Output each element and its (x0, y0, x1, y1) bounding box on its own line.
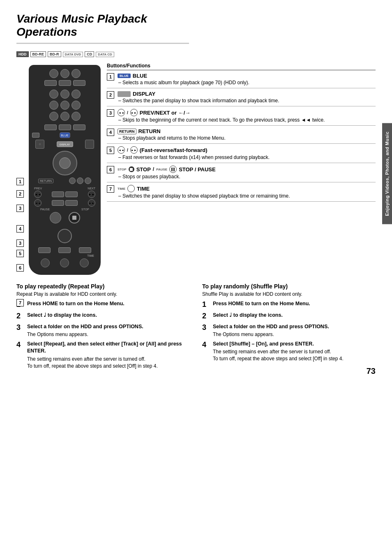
label-1: 1 (16, 178, 24, 185)
shuffle-play-subtitle: Shuffle Play is available for HDD conten… (202, 291, 376, 297)
remote-rect-9[interactable] (52, 200, 64, 206)
main-content: BLUE □ DISPLAY (16, 63, 376, 275)
remote-rect-6[interactable] (73, 124, 85, 130)
badge-data-cd: DATA CD (96, 52, 114, 57)
pause-btn[interactable] (50, 212, 61, 223)
remote-blue-btn[interactable]: BLUE (60, 132, 70, 138)
func-num-6: 6 (107, 166, 114, 173)
next-icon: ►► (130, 109, 138, 116)
func-desc-1: – Selects a music album for playback (pa… (118, 80, 376, 85)
page-title: Various Music Playback Operations (16, 12, 189, 44)
func-content-3: ◄◄ / ►► PREV/NEXT or ←/→ – Skips to the … (118, 109, 376, 123)
format-badges: HDD BD-RE BD-R DATA DVD CD DATA CD (16, 51, 376, 57)
next-btn[interactable]: ►► (88, 191, 95, 198)
remote-c4[interactable] (49, 101, 58, 110)
shuffle-step-num-1: 1 (202, 300, 210, 309)
pause-stop-row (32, 212, 97, 223)
func-num-7: 7 (107, 185, 114, 193)
ff-rew-row: ◄◄ ►► (34, 199, 95, 207)
remote-btn-2[interactable] (60, 69, 69, 78)
remote-btn-3[interactable] (71, 69, 81, 78)
nav-disc-area (32, 151, 97, 175)
stop-btn[interactable] (69, 212, 80, 223)
shuffle-step-note-3: The Options menu appears. (213, 331, 329, 338)
bottom-circle (32, 229, 97, 243)
tv-icon[interactable]: □ (35, 140, 44, 149)
remote-sm-1[interactable] (69, 177, 76, 184)
rew-btn[interactable]: ◄◄ (34, 199, 42, 207)
nav-inner[interactable] (59, 157, 71, 169)
func-title-7: TIME TIME (118, 185, 376, 192)
label-4: 4 (16, 225, 24, 233)
remote-rect-10[interactable] (65, 200, 78, 206)
remote-rect-1[interactable] (44, 80, 57, 86)
repeat-step-num-3: 3 (16, 323, 24, 338)
repeat-step-3: 3 Select a folder on the HDD and press O… (16, 323, 190, 338)
remote-c1[interactable] (49, 90, 58, 99)
prev-btn[interactable]: ◄◄ (34, 191, 42, 198)
func-row-5: 5 ◄◄ / ►► (Fast-reverse/fast-forward) – … (107, 144, 376, 163)
repeat-step-num-4: 4 (16, 341, 24, 370)
nav-disc[interactable] (53, 151, 77, 175)
circle-row-3 (32, 101, 97, 110)
rect-row-2 (32, 124, 97, 130)
shuffle-step-num-4: 4 (202, 341, 210, 362)
remote-return-btn[interactable]: RETURN (38, 179, 53, 183)
remote-square-btn[interactable] (85, 140, 94, 149)
remote-btn-1[interactable] (49, 69, 58, 78)
func-title-3: ◄◄ / ►► PREV/NEXT or ←/→ (118, 109, 376, 116)
remote-c8[interactable] (60, 112, 69, 121)
repeat-step-content-2: Select ♩ to display the icons. (27, 312, 97, 321)
remote-time-btn[interactable] (80, 258, 89, 267)
badge-bd-re: BD-RE (30, 51, 46, 57)
time-label: TIME (118, 187, 125, 191)
shuffle-step-content-4: Select [Shuffle] – [On], and press ENTER… (213, 341, 344, 362)
remote-c3[interactable] (71, 90, 81, 99)
remote-c9[interactable] (71, 112, 81, 121)
func-num-2: 2 (107, 91, 114, 99)
remote-c7[interactable] (49, 112, 58, 121)
label-3: 3 (16, 205, 24, 212)
display-icon (118, 91, 131, 97)
functions-header: Buttons/Functions (107, 63, 376, 70)
remote-c5[interactable] (60, 101, 69, 110)
remote-c6[interactable] (71, 101, 81, 110)
func-content-2: DISPLAY – Switches the panel display to … (118, 91, 376, 104)
repeat-step-note-3: The Options menu appears. (27, 331, 143, 338)
repeat-step-note-4: The setting remains even after the serve… (27, 356, 190, 370)
remote-rect-2[interactable] (59, 80, 71, 86)
func-content-5: ◄◄ / ►► (Fast-reverse/fast-forward) – Fa… (118, 146, 376, 160)
remote-rect-11[interactable] (38, 247, 51, 253)
shuffle-step-num-3: 3 (202, 323, 210, 338)
bottom-circle-row (35, 258, 94, 267)
remote-rect-4[interactable] (44, 124, 57, 130)
badge-data-dvd: DATA DVD (63, 52, 83, 57)
func-content-7: TIME TIME – Switches the panel display t… (118, 185, 376, 199)
remote-sm-3[interactable] (85, 177, 91, 184)
repeat-play-section: To play repeatedly (Repeat Play) Repeat … (16, 283, 190, 372)
repeat-play-subtitle: Repeat Play is available for HDD content… (16, 291, 190, 297)
remote-wrapper: BLUE □ DISPLAY (16, 63, 99, 275)
remote-sm-2[interactable] (77, 177, 83, 184)
shuffle-play-title: To play randomly (Shuffle Play) (202, 283, 376, 290)
shuffle-step-4: 4 Select [Shuffle] – [On], and press ENT… (202, 341, 376, 362)
ff-btn[interactable]: ►► (88, 199, 95, 207)
remote-rect-5[interactable] (59, 124, 71, 130)
repeat-step-content-4: Select [Repeat], and then select either … (27, 341, 190, 370)
remote-bottom-c1[interactable] (41, 258, 50, 267)
remote-rect-7[interactable] (52, 191, 64, 197)
remote-display-btn[interactable]: DISPLAY (57, 141, 73, 147)
remote-c2[interactable] (60, 90, 69, 99)
speaker-btn[interactable] (58, 229, 72, 243)
remote-bottom-c2[interactable] (60, 258, 69, 267)
remote-rect-3[interactable] (73, 80, 85, 86)
circle-row-2 (32, 90, 97, 99)
page-number: 73 (367, 366, 376, 376)
repeat-step-2: 2 Select ♩ to display the icons. (16, 312, 190, 321)
shuffle-step-note-4: The setting remains even after the serve… (213, 348, 344, 362)
pause-stop-labels: PAUSESTOP (40, 208, 89, 211)
remote-rect-12[interactable] (58, 247, 71, 253)
badge-hdd: HDD (16, 51, 29, 57)
remote-rect-8[interactable] (65, 191, 78, 197)
remote-rect-13[interactable] (79, 247, 91, 253)
